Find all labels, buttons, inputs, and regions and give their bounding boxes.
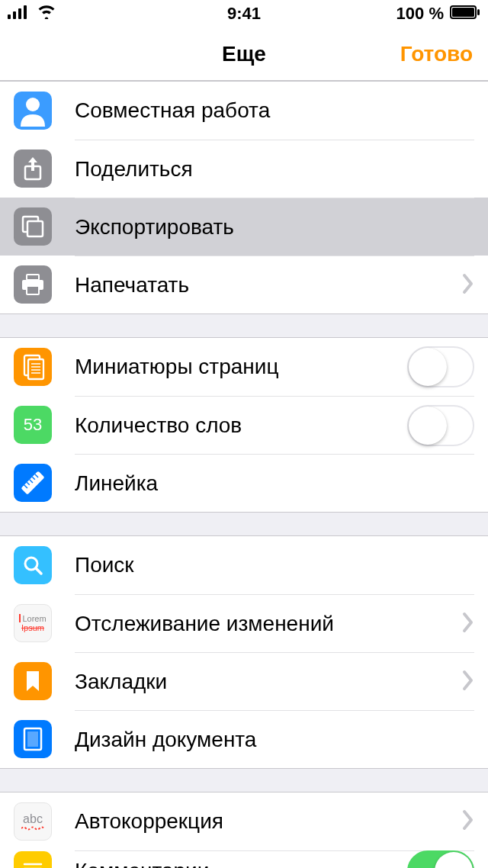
svg-rect-0 <box>8 14 11 19</box>
row-share[interactable]: Поделиться <box>0 140 488 198</box>
lorem-text-a: Lorem <box>22 614 46 623</box>
group-tools: Поиск Lorem Ipsum Отслеживание изменений… <box>0 535 488 769</box>
wordcount-icon: 53 <box>14 406 52 444</box>
row-label: Напечатать <box>75 273 462 297</box>
row-label: Совместная работа <box>75 98 474 123</box>
comments-toggle[interactable] <box>407 850 474 868</box>
row-collaborate[interactable]: Совместная работа <box>0 82 488 140</box>
svg-rect-5 <box>452 8 474 17</box>
svg-rect-1 <box>13 11 16 19</box>
row-wordcount[interactable]: 53 Количество слов <box>0 396 488 454</box>
svg-rect-13 <box>27 286 39 294</box>
trackchanges-icon: Lorem Ipsum <box>14 604 52 642</box>
docdesign-icon <box>14 720 52 758</box>
row-label: Дизайн документа <box>75 728 474 752</box>
chevron-right-icon <box>462 612 474 636</box>
bookmarks-icon <box>14 662 52 700</box>
group-share: Совместная работа Поделиться Экспортиров… <box>0 81 488 314</box>
chevron-right-icon <box>462 809 474 834</box>
page-title: Еще <box>222 42 266 66</box>
row-export[interactable]: Экспортировать <box>0 198 488 256</box>
svg-rect-3 <box>24 5 27 19</box>
done-button[interactable]: Готово <box>400 42 473 66</box>
row-label: Комментарии <box>75 859 407 869</box>
wordcount-badge-value: 53 <box>24 415 42 435</box>
thumbnails-icon <box>14 348 52 386</box>
nav-bar: Еще Готово <box>0 27 488 81</box>
share-icon <box>14 149 52 188</box>
row-label: Миниатюры страниц <box>75 355 407 379</box>
group-view: Миниатюры страниц 53 Количество слов Лин… <box>0 337 488 513</box>
collaborate-icon <box>14 92 52 130</box>
row-label: Количество слов <box>75 413 407 438</box>
row-label: Поиск <box>75 553 474 577</box>
lorem-text-b: Ipsum <box>21 623 44 632</box>
svg-rect-2 <box>18 8 21 19</box>
row-ruler[interactable]: Линейка <box>0 454 488 512</box>
row-label: Экспортировать <box>75 215 474 240</box>
wifi-icon <box>37 4 56 24</box>
row-comments[interactable]: Комментарии <box>0 850 488 868</box>
row-bookmarks[interactable]: Закладки <box>0 652 488 710</box>
chevron-right-icon <box>462 273 474 297</box>
svg-line-27 <box>36 568 41 574</box>
thumbnails-toggle[interactable] <box>407 346 474 387</box>
row-label: Автокоррекция <box>75 809 462 834</box>
svg-rect-11 <box>27 275 39 280</box>
svg-rect-15 <box>28 359 43 379</box>
group-settings: abc Автокоррекция Комментарии <box>0 792 488 868</box>
svg-rect-6 <box>477 9 480 15</box>
signal-icon <box>8 4 30 24</box>
chevron-right-icon <box>462 670 474 694</box>
row-search[interactable]: Поиск <box>0 536 488 594</box>
search-icon <box>14 546 52 584</box>
row-docdesign[interactable]: Дизайн документа <box>0 710 488 768</box>
wordcount-toggle[interactable] <box>407 405 474 446</box>
svg-rect-10 <box>27 221 43 236</box>
battery-icon <box>450 4 480 24</box>
autocorrect-badge-text: abc <box>23 812 43 826</box>
status-bar: 9:41 100 % <box>0 0 488 27</box>
row-thumbnails[interactable]: Миниатюры страниц <box>0 338 488 396</box>
row-trackchanges[interactable]: Lorem Ipsum Отслеживание изменений <box>0 594 488 652</box>
svg-point-7 <box>26 98 40 111</box>
export-icon <box>14 207 52 246</box>
row-label: Линейка <box>75 471 474 496</box>
svg-rect-29 <box>27 731 38 747</box>
battery-percent: 100 % <box>396 4 444 24</box>
row-print[interactable]: Напечатать <box>0 256 488 313</box>
row-label: Поделиться <box>75 157 474 182</box>
comments-icon <box>14 851 52 868</box>
ruler-icon <box>14 464 52 502</box>
row-label: Отслеживание изменений <box>75 612 462 636</box>
print-icon <box>14 265 52 304</box>
row-label: Закладки <box>75 670 462 694</box>
autocorrect-icon: abc <box>14 802 52 841</box>
row-autocorrect[interactable]: abc Автокоррекция <box>0 792 488 850</box>
status-time: 9:41 <box>227 4 261 24</box>
